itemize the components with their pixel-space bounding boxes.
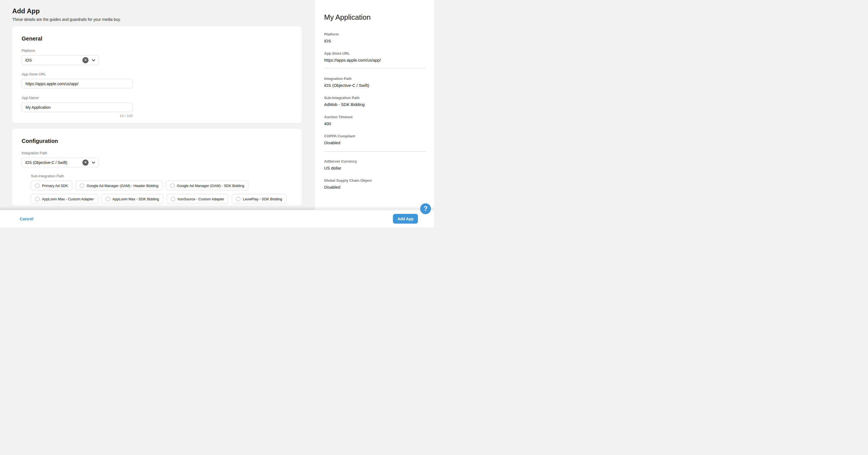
- integration-path-label: Integration Path: [22, 151, 292, 155]
- question-icon: ?: [424, 205, 427, 213]
- chevron-down-icon: [92, 58, 95, 62]
- cancel-button[interactable]: Cancel: [20, 217, 33, 221]
- clear-icon[interactable]: ✕: [83, 57, 89, 63]
- app-store-url-field: App Store URL: [22, 72, 292, 89]
- help-button[interactable]: ?: [420, 203, 431, 214]
- summary-app-store-url-label: App Store URL: [324, 51, 426, 56]
- radio-icon: [170, 197, 175, 201]
- sub-integration-option-ironsource-custom-adapter[interactable]: IronSource - Custom Adapter: [166, 194, 228, 204]
- footer-bar: Cancel Add App: [0, 210, 434, 228]
- summary-auction-timeout-value: 400: [324, 121, 426, 126]
- integration-path-select-value: iOS (Objective-C / Swift): [25, 160, 83, 165]
- sub-integration-option-levelplay-sdk-bidding[interactable]: LevelPlay - SDK Bidding: [232, 194, 286, 204]
- page-title: Add App: [12, 7, 315, 15]
- option-label: AppLovin Max - Custom Adapter: [42, 197, 94, 201]
- sub-integration-option-applovin-custom-adapter[interactable]: AppLovin Max - Custom Adapter: [31, 194, 98, 204]
- summary-title: My Application: [324, 13, 426, 22]
- summary-divider: [324, 151, 426, 152]
- summary-integration-path-label: Integration Path: [324, 76, 426, 81]
- summary-platform-value: iOS: [324, 38, 426, 43]
- add-app-page: Add App These details are the guides and…: [0, 0, 434, 228]
- sub-integration-option-primary-ad-sdk[interactable]: Primary Ad SDK: [31, 181, 72, 191]
- summary-adserver-currency-value: US dollar: [324, 165, 426, 171]
- summary-coppa-value: Disabled: [324, 140, 426, 145]
- app-name-label: App Name: [22, 96, 292, 100]
- app-store-url-label: App Store URL: [22, 72, 292, 76]
- summary-gsco-label: Global Supply Chain Object: [324, 178, 426, 183]
- option-label: Google Ad Manager (GAM) - Header Bidding: [87, 184, 158, 188]
- option-label: LevelPlay - SDK Bidding: [243, 197, 282, 201]
- radio-icon: [35, 197, 40, 201]
- char-counter: 14 / 100: [22, 114, 133, 118]
- summary-coppa-label: COPPA Compliant: [324, 134, 426, 138]
- chevron-down-icon: [92, 161, 95, 165]
- platform-select[interactable]: iOS ✕: [22, 55, 99, 65]
- summary-platform-label: Platform: [324, 32, 426, 37]
- general-heading: General: [22, 35, 292, 42]
- configuration-heading: Configuration: [22, 138, 292, 144]
- summary-adserver-currency-label: AdServer Currency: [324, 159, 426, 164]
- radio-icon: [80, 184, 84, 188]
- summary-auction-timeout-label: Auction Timeout: [324, 115, 426, 119]
- radio-icon: [105, 197, 110, 201]
- summary-gsco-value: Disabled: [324, 185, 426, 190]
- summary-divider: [324, 68, 426, 69]
- summary-sidebar: My Application Platform iOS App Store UR…: [315, 0, 434, 210]
- summary-sub-integration-path-label: Sub-Integration Path: [324, 96, 426, 100]
- sub-integration-option-applovin-sdk-bidding[interactable]: AppLovin Max - SDK Bidding: [101, 194, 163, 204]
- configuration-card: Configuration Integration Path iOS (Obje…: [12, 129, 302, 205]
- radio-icon: [236, 197, 241, 201]
- summary-app-store-url-value: https://apps.apple.com/us/app/: [324, 58, 426, 63]
- option-label: Google Ad Manager (GAM) - SDK Bidding: [177, 184, 245, 188]
- integration-path-select[interactable]: iOS (Objective-C / Swift) ✕: [22, 158, 99, 167]
- option-label: IronSource - Custom Adapter: [178, 197, 224, 201]
- page-subtitle: These details are the guides and guardra…: [12, 17, 315, 22]
- add-app-button[interactable]: Add App: [393, 214, 418, 224]
- sub-integration-option-gam-header-bidding[interactable]: Google Ad Manager (GAM) - Header Bidding: [75, 181, 163, 191]
- sub-integration-label: Sub-Integration Path: [31, 174, 292, 178]
- app-store-url-input[interactable]: [22, 79, 133, 89]
- platform-select-value: iOS: [25, 58, 83, 62]
- platform-label: Platform: [22, 48, 292, 53]
- radio-icon: [170, 184, 175, 188]
- integration-path-field: Integration Path iOS (Objective-C / Swif…: [22, 151, 292, 167]
- main-content: Add App These details are the guides and…: [0, 0, 315, 210]
- app-name-input[interactable]: [22, 102, 133, 112]
- option-label: Primary Ad SDK: [42, 184, 68, 188]
- sub-integration-options: Primary Ad SDK Google Ad Manager (GAM) -…: [31, 181, 292, 204]
- summary-integration-path-value: iOS (Objective-C / Swift): [324, 83, 426, 88]
- platform-field: Platform iOS ✕: [22, 48, 292, 65]
- option-label: AppLovin Max - SDK Bidding: [113, 197, 159, 201]
- app-name-field: App Name 14 / 100: [22, 96, 292, 118]
- general-card: General Platform iOS ✕ App Store URL App…: [12, 26, 302, 123]
- radio-icon: [35, 184, 40, 188]
- clear-icon[interactable]: ✕: [83, 160, 89, 166]
- summary-sub-integration-path-value: AdMob - SDK Bidding: [324, 102, 426, 107]
- sub-integration-option-gam-sdk-bidding[interactable]: Google Ad Manager (GAM) - SDK Bidding: [166, 181, 249, 191]
- sub-integration-group: Sub-Integration Path Primary Ad SDK Goog…: [31, 174, 292, 204]
